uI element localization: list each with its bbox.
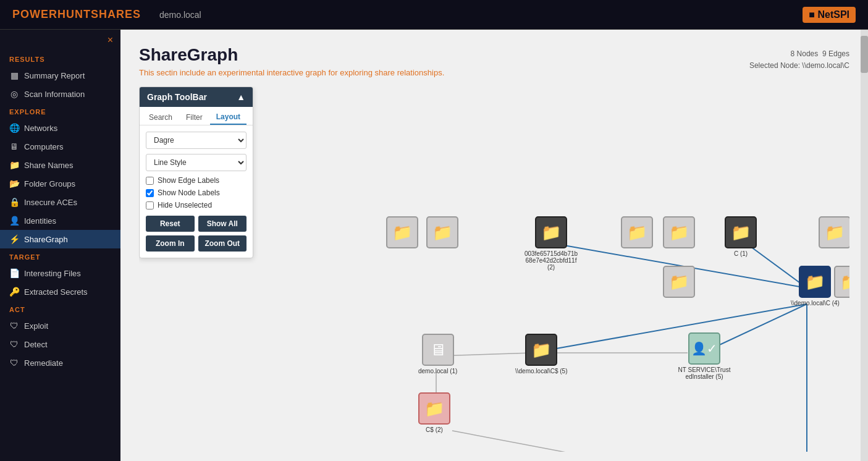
networks-icon: 🌐 (9, 123, 19, 133)
node-icon: 📁 (663, 216, 695, 248)
remediate-icon: 🛡 (9, 358, 19, 368)
graph-node-11[interactable]: 📁 \\demo.local\C (4) (791, 266, 840, 307)
sidebar-item-label: Scan Information (24, 90, 85, 99)
netspi-logo: ■ NetSPI (803, 7, 856, 23)
graph-node-6[interactable]: 📁 C (1) (725, 216, 757, 257)
sidebar-item-label: Exploit (24, 321, 48, 331)
checkbox-hide-unselected[interactable]: Hide Unselected (146, 201, 246, 209)
graph-node-3[interactable]: 📁 003fe65715d4b71b68e7e42d2cbfd11f (2) (523, 216, 579, 271)
interesting-files-icon: 📄 (9, 268, 19, 278)
edge-labels-label: Show Edge Labels (158, 176, 219, 185)
node-label: 003fe65715d4b71b68e7e42d2cbfd11f (2) (523, 250, 579, 271)
line-style-select[interactable]: Line Style Curved Straight (146, 154, 246, 171)
folder-groups-icon: 📂 (9, 179, 19, 188)
toolbar-collapse-icon[interactable]: ▲ (237, 92, 245, 102)
graph-node-2[interactable]: 📁 (426, 216, 458, 248)
sidebar-section-act: ACT 🛡 Exploit 🛡 Detect 🛡 Remediate (0, 301, 120, 372)
sidebar-item-remediate[interactable]: 🛡 Remediate (0, 353, 120, 372)
node-label: NT SERVICE\TrustedInstaller (5) (676, 366, 732, 380)
page-title: ShareGraph (139, 45, 849, 65)
sidebar-item-label: Computers (24, 142, 64, 151)
zoom-in-button[interactable]: Zoom In (146, 235, 195, 252)
sidebar-section-target: TARGET 📄 Interesting Files 🔑 Extracted S… (0, 248, 120, 301)
sidebar-item-identities[interactable]: 👤 Identities (0, 211, 120, 230)
sidebar-item-label: Share Names (24, 161, 73, 170)
node-labels-label: Show Node Labels (158, 188, 220, 197)
sidebar-item-exploit[interactable]: 🛡 Exploit (0, 316, 120, 335)
sidebar-item-label: Networks (24, 124, 57, 133)
node-icon: 📁 (725, 216, 757, 248)
section-label-explore: EXPLORE (0, 103, 120, 119)
node-icon: 👤✓ (688, 332, 720, 365)
graph-area: Graph ToolBar ▲ Search Filter Layout Dag… (139, 87, 849, 452)
node-icon: 📁 (386, 216, 418, 248)
reset-button[interactable]: Reset (146, 216, 195, 232)
toolbar-header: Graph ToolBar ▲ (140, 87, 253, 107)
sidebar-item-extracted-secrets[interactable]: 🔑 Extracted Secrets (0, 282, 120, 301)
node-icon: 📁 (834, 266, 849, 298)
edge-labels-checkbox[interactable] (146, 177, 154, 185)
sidebar-item-folder-groups[interactable]: 📂 Folder Groups (0, 174, 120, 193)
graph-meta: 8 Nodes 9 Edges Selected Node: \\demo.lo… (749, 48, 849, 72)
section-label-results: RESULTS (0, 51, 120, 66)
show-all-button[interactable]: Show All (198, 216, 247, 232)
sidebar-item-share-names[interactable]: 📁 Share Names (0, 156, 120, 174)
tab-layout[interactable]: Layout (210, 110, 246, 125)
extracted-secrets-icon: 🔑 (9, 287, 19, 297)
sidebar-item-interesting-files[interactable]: 📄 Interesting Files (0, 264, 120, 282)
section-label-act: ACT (0, 301, 120, 316)
layout-select[interactable]: Dagre Circle Grid Random (146, 132, 246, 149)
sidebar-item-computers[interactable]: 🖥 Computers (0, 137, 120, 156)
node-label: C (1) (734, 250, 748, 257)
graph-node-5[interactable]: 📁 (663, 216, 695, 248)
node-label: \\demo.local\C (4) (791, 300, 840, 307)
sharegraph-icon: ⚡ (9, 234, 19, 244)
graph-node-18[interactable]: 📁 C$ (2) (418, 392, 450, 433)
sidebar-item-label: Insecure ACEs (24, 198, 77, 207)
graph-nodes-count: 8 Nodes 9 Edges (749, 48, 849, 60)
svg-line-7 (452, 431, 791, 452)
node-icon: 📁 (535, 216, 567, 248)
node-icon: 📁 (426, 216, 458, 248)
sidebar-section-results: RESULTS ▦ Summary Report ◎ Scan Informat… (0, 51, 120, 103)
svg-line-2 (532, 304, 807, 353)
domain-label: demo.local (159, 10, 201, 20)
node-labels-checkbox[interactable] (146, 189, 154, 197)
graph-node-17[interactable]: 👤✓ NT SERVICE\TrustedInstaller (5) (676, 332, 732, 380)
sidebar-item-summary-report[interactable]: ▦ Summary Report (0, 66, 120, 85)
sidebar-section-explore: EXPLORE 🌐 Networks 🖥 Computers 📁 Share N… (0, 103, 120, 248)
tab-search[interactable]: Search (143, 110, 179, 125)
scrollbar-thumb[interactable] (861, 36, 868, 73)
node-icon: 📁 (799, 266, 831, 298)
sidebar-item-insecure-aces[interactable]: 🔒 Insecure ACEs (0, 193, 120, 211)
identities-icon: 👤 (9, 216, 19, 226)
tab-filter[interactable]: Filter (180, 110, 209, 125)
sidebar-item-detect[interactable]: 🛡 Detect (0, 335, 120, 353)
detect-icon: 🛡 (9, 339, 19, 349)
checkbox-node-labels[interactable]: Show Node Labels (146, 188, 246, 197)
graph-toolbar: Graph ToolBar ▲ Search Filter Layout Dag… (139, 87, 253, 258)
graph-node-16[interactable]: 📁 \\demo.local\C$ (5) (515, 334, 567, 374)
node-icon: 📁 (663, 266, 695, 298)
scrollbar[interactable] (861, 30, 868, 461)
graph-node-12[interactable]: 📁 (834, 266, 849, 298)
sidebar-item-scan-information[interactable]: ◎ Scan Information (0, 85, 120, 103)
sidebar: × RESULTS ▦ Summary Report ◎ Scan Inform… (0, 30, 120, 461)
hide-unselected-label: Hide Unselected (158, 201, 212, 209)
graph-node-7[interactable]: 📁 (819, 216, 849, 248)
sidebar-close-button[interactable]: × (107, 35, 113, 46)
sidebar-item-label: Summary Report (24, 71, 85, 80)
checkbox-edge-labels[interactable]: Show Edge Labels (146, 176, 246, 185)
graph-node-15[interactable]: 🖥 demo.local (1) (418, 334, 457, 374)
graph-node-4[interactable]: 📁 (621, 216, 653, 248)
zoom-out-button[interactable]: Zoom Out (198, 235, 247, 252)
graph-node-10[interactable]: 📁 (663, 266, 695, 298)
section-label-target: TARGET (0, 248, 120, 264)
sidebar-item-networks[interactable]: 🌐 Networks (0, 119, 120, 137)
sidebar-item-sharegraph[interactable]: ⚡ ShareGraph (0, 230, 120, 248)
scan-icon: ◎ (9, 89, 19, 99)
graph-node-1[interactable]: 📁 (386, 216, 418, 248)
hide-unselected-checkbox[interactable] (146, 201, 154, 209)
node-icon: 📁 (418, 392, 450, 425)
brand-logo: POWERHUNTSHARES (12, 8, 141, 21)
